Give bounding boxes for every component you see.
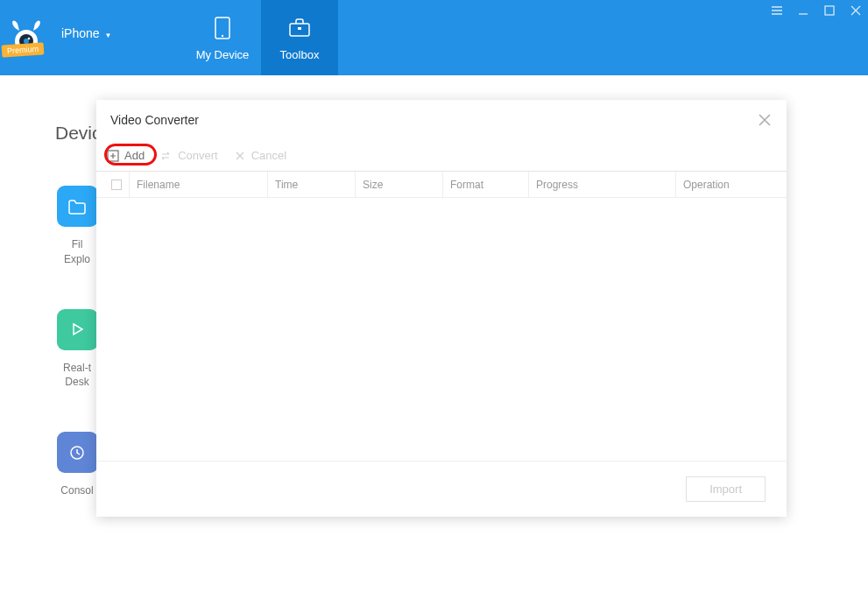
- window-controls: [770, 4, 863, 18]
- convert-label: Convert: [178, 149, 218, 162]
- svg-point-3: [28, 38, 31, 40]
- tab-my-device[interactable]: My Device: [184, 0, 261, 75]
- maximize-icon[interactable]: [822, 4, 836, 18]
- logo-area: Premium iPhone ▼: [0, 0, 184, 75]
- select-all-checkbox[interactable]: [111, 180, 122, 190]
- cancel-icon: [234, 150, 246, 162]
- convert-icon: [160, 150, 173, 162]
- minimize-icon[interactable]: [796, 4, 810, 18]
- device-selector[interactable]: iPhone ▼: [61, 26, 111, 40]
- add-button[interactable]: Add: [107, 149, 145, 162]
- close-button[interactable]: [757, 112, 773, 128]
- play-icon: [57, 309, 98, 350]
- column-operation[interactable]: Operation: [676, 172, 787, 197]
- folder-icon: [57, 186, 98, 227]
- tablet-icon: [209, 15, 236, 41]
- toolbox-item-console[interactable]: Consol: [55, 432, 99, 498]
- item-label: FilExplo: [64, 237, 90, 267]
- table-body: [96, 198, 787, 461]
- toolbox-item-file-explorer[interactable]: FilExplo: [55, 186, 99, 267]
- column-checkbox[interactable]: [96, 172, 130, 197]
- tab-toolbox[interactable]: Toolbox: [261, 0, 338, 75]
- cancel-label: Cancel: [251, 149, 286, 162]
- refresh-icon: [57, 432, 98, 473]
- plus-icon: [107, 150, 119, 162]
- tab-label: My Device: [196, 48, 250, 61]
- nav-tabs: My Device Toolbox: [184, 0, 338, 75]
- column-size[interactable]: Size: [356, 172, 443, 197]
- add-label: Add: [124, 149, 145, 162]
- chevron-down-icon: ▼: [104, 32, 111, 39]
- cancel-button: Cancel: [234, 149, 286, 162]
- device-name: iPhone: [61, 26, 100, 40]
- close-icon[interactable]: [849, 4, 863, 18]
- table-header: Filename Time Size Format Progress Opera…: [96, 172, 787, 198]
- toolbox-icon: [286, 15, 313, 41]
- dialog-title: Video Converter: [110, 113, 199, 127]
- convert-button: Convert: [160, 149, 218, 162]
- svg-point-5: [222, 34, 223, 36]
- svg-rect-8: [825, 6, 834, 15]
- dialog-titlebar: Video Converter: [96, 100, 787, 140]
- item-label: Real-tDesk: [63, 361, 91, 391]
- column-progress[interactable]: Progress: [529, 172, 676, 197]
- svg-marker-9: [74, 324, 82, 335]
- import-button[interactable]: Import: [686, 476, 766, 502]
- item-label: Consol: [60, 483, 93, 498]
- menu-icon[interactable]: [770, 4, 784, 18]
- svg-rect-7: [298, 27, 301, 30]
- dialog-toolbar: Add Convert Cancel: [96, 140, 787, 172]
- app-header: Premium iPhone ▼ My Device Toolbox: [0, 0, 868, 75]
- video-converter-dialog: Video Converter Add Convert Cancel: [96, 100, 787, 517]
- toolbox-item-realtime-desktop[interactable]: Real-tDesk: [55, 309, 99, 391]
- dialog-footer: Import: [96, 461, 787, 517]
- column-filename[interactable]: Filename: [130, 172, 268, 197]
- column-format[interactable]: Format: [443, 172, 529, 197]
- tab-label: Toolbox: [280, 48, 320, 61]
- column-time[interactable]: Time: [268, 172, 356, 197]
